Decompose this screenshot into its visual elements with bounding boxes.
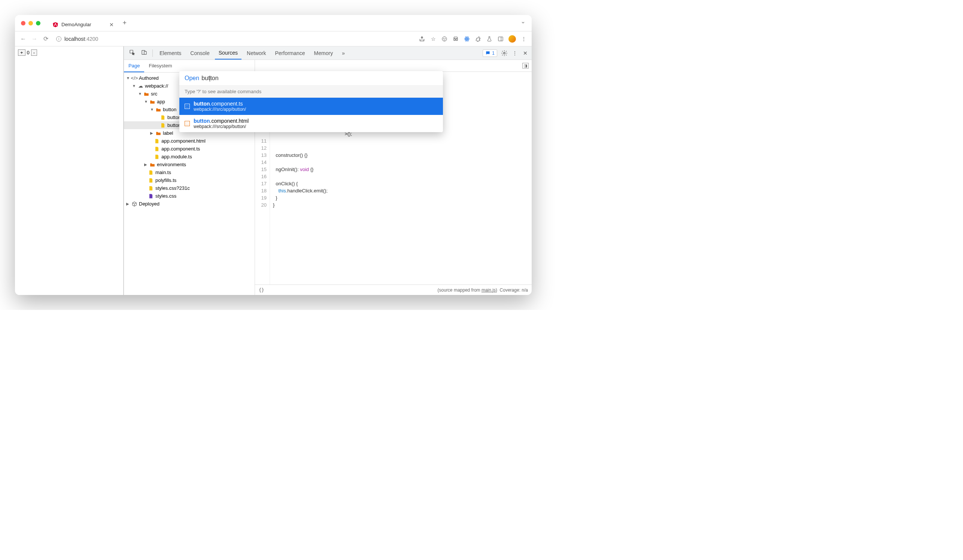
tab-title: DemoAngular: [62, 22, 91, 28]
open-file-palette: Open button Type '?' to see available co…: [179, 71, 443, 132]
tab-sources[interactable]: Sources: [215, 47, 242, 60]
tree-environments[interactable]: ▶environments: [124, 160, 255, 168]
sources-panel: Page Filesystem ▼</>Authored ▼☁webpack:/…: [124, 60, 532, 295]
new-tab-button[interactable]: +: [123, 19, 127, 27]
sources-nav-tabs: Page Filesystem: [124, 60, 255, 73]
chevron-down-icon: [520, 20, 526, 25]
bookmark-star-icon[interactable]: ☆: [430, 36, 436, 42]
box-icon: [131, 201, 138, 207]
sources-tab-page[interactable]: Page: [124, 60, 144, 72]
tab-elements[interactable]: Elements: [156, 47, 185, 59]
browser-window: DemoAngular ✕ + ← → ⟳ i localhost:4200 ☆…: [15, 15, 532, 295]
close-window-button[interactable]: [21, 21, 26, 26]
file-icon: [148, 194, 154, 199]
editor-tabbar: ◨: [255, 60, 532, 72]
window-controls: [21, 21, 41, 26]
inspect-element-icon[interactable]: [127, 48, 138, 58]
file-icon: [154, 154, 160, 159]
toolbar-icons: ☆ ⋮: [418, 35, 527, 43]
react-ext-icon[interactable]: [464, 36, 470, 42]
browser-tab[interactable]: DemoAngular ✕: [48, 19, 118, 30]
close-devtools-icon[interactable]: ✕: [522, 50, 529, 57]
file-icon: [154, 139, 160, 144]
svg-point-13: [504, 52, 506, 54]
tree-deployed[interactable]: ▶Deployed: [124, 200, 255, 208]
file-icon: [148, 170, 154, 175]
svg-point-2: [445, 38, 445, 39]
svg-point-0: [442, 37, 447, 41]
close-tab-button[interactable]: ✕: [109, 22, 114, 28]
divider: [152, 49, 153, 57]
sources-tab-filesystem[interactable]: Filesystem: [144, 60, 176, 72]
file-icon: [160, 123, 166, 128]
folder-icon: [149, 162, 156, 167]
palette-hint: Type '?' to see available commands: [179, 85, 443, 98]
tab-console[interactable]: Console: [186, 47, 213, 59]
source-map-link[interactable]: main.js: [481, 288, 496, 293]
devtools-menu-icon[interactable]: ⋮: [511, 50, 518, 57]
content-area: + 0 - Elements Console Sources Network P…: [15, 47, 532, 295]
device-toolbar-icon[interactable]: [139, 48, 149, 58]
folder-icon: [156, 107, 161, 112]
folder-icon: [143, 91, 149, 97]
palette-query: button: [201, 75, 219, 82]
svg-point-4: [456, 39, 458, 41]
svg-point-3: [454, 39, 456, 41]
footer-info: (source mapped from main.js) Coverage: n…: [438, 288, 528, 293]
tree-main-ts[interactable]: main.ts: [124, 168, 255, 176]
tree-app-html[interactable]: app.component.html: [124, 137, 255, 145]
url-field[interactable]: i localhost:4200: [53, 36, 415, 42]
palette-open-label: Open: [185, 75, 199, 82]
tabstrip-chevron[interactable]: [520, 20, 526, 27]
issues-badge[interactable]: 1: [483, 49, 497, 57]
tree-styles[interactable]: styles.css: [124, 192, 255, 200]
back-button[interactable]: ←: [19, 36, 27, 42]
palette-result-1[interactable]: ⬚ button.component.html webpack:///src/a…: [179, 115, 443, 132]
titlebar: DemoAngular ✕ +: [15, 15, 532, 31]
tree-styles-q[interactable]: styles.css?231c: [124, 184, 255, 192]
palette-result-0[interactable]: ⬚ button.component.ts webpack:///src/app…: [179, 98, 443, 115]
profile-avatar[interactable]: [509, 35, 516, 43]
labs-icon[interactable]: [486, 36, 493, 42]
tab-memory[interactable]: Memory: [310, 47, 337, 59]
file-icon: [148, 186, 154, 191]
face-icon[interactable]: [441, 36, 448, 42]
pretty-print-button[interactable]: {}: [259, 288, 264, 293]
svg-rect-9: [498, 37, 503, 41]
tree-app-ts[interactable]: app.component.ts: [124, 145, 255, 153]
tab-more[interactable]: »: [338, 47, 349, 59]
file-icon: [160, 115, 166, 120]
palette-input-row[interactable]: Open button: [179, 71, 443, 85]
file-icon: [154, 146, 160, 152]
incognito-icon[interactable]: [452, 36, 459, 42]
reload-button[interactable]: ⟳: [42, 35, 49, 42]
settings-icon[interactable]: [501, 50, 508, 57]
forward-button[interactable]: →: [31, 36, 38, 42]
minimize-window-button[interactable]: [28, 21, 33, 26]
site-info-icon[interactable]: i: [56, 36, 62, 42]
toggle-sidebar-icon[interactable]: ◨: [522, 63, 529, 68]
file-icon: [148, 178, 154, 183]
extensions-icon[interactable]: [475, 36, 481, 42]
browser-menu-icon[interactable]: ⋮: [520, 36, 527, 42]
share-icon[interactable]: [418, 36, 425, 42]
folder-icon: [156, 131, 161, 136]
panel-icon[interactable]: [497, 36, 504, 42]
decrement-button[interactable]: -: [31, 49, 37, 56]
ts-file-icon: ⬚: [185, 104, 190, 109]
angular-icon: [52, 22, 58, 28]
tree-polyfills[interactable]: polyfills.ts: [124, 176, 255, 184]
chat-icon: [485, 50, 491, 56]
maximize-window-button[interactable]: [36, 21, 41, 26]
tab-performance[interactable]: Performance: [271, 47, 308, 59]
tab-network[interactable]: Network: [243, 47, 269, 59]
coverage-label: Coverage: n/a: [500, 288, 528, 293]
svg-point-8: [467, 39, 467, 39]
counter-value: 0: [26, 50, 30, 55]
url-text: localhost:4200: [65, 36, 98, 42]
increment-button[interactable]: +: [18, 49, 26, 56]
tree-app-module[interactable]: app.module.ts: [124, 153, 255, 160]
svg-point-1: [443, 38, 444, 39]
editor-footer: {} (source mapped from main.js) Coverage…: [255, 285, 532, 295]
code-icon: </>: [131, 76, 138, 81]
